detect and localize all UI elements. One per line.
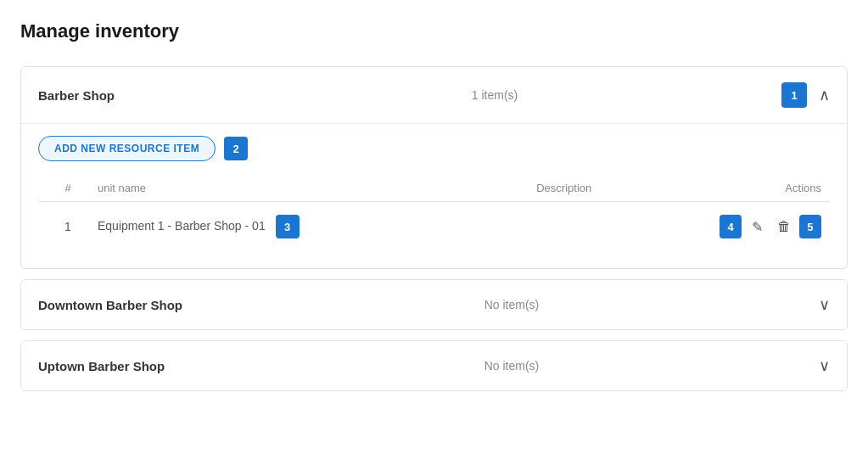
row-num-0: 1 bbox=[47, 220, 89, 233]
section-chevron-downtown-barber-shop: ∨ bbox=[819, 295, 830, 314]
col-header-num: # bbox=[47, 182, 89, 194]
page-title: Manage inventory bbox=[20, 20, 848, 42]
section-title-downtown-barber-shop: Downtown Barber Shop bbox=[38, 298, 208, 312]
section-header-uptown-barber-shop[interactable]: Uptown Barber Shop No item(s) ∨ bbox=[21, 341, 847, 390]
section-downtown-barber-shop: Downtown Barber Shop No item(s) ∨ bbox=[20, 279, 848, 330]
section-chevron-uptown-barber-shop: ∨ bbox=[819, 356, 830, 375]
section-count-downtown-barber-shop: No item(s) bbox=[208, 298, 815, 311]
col-header-description: Description bbox=[409, 182, 720, 194]
section-header-barber-shop[interactable]: Barber Shop 1 item(s) 1 ∧ bbox=[21, 67, 847, 123]
section-barber-shop: Barber Shop 1 item(s) 1 ∧ ADD NEW RESOUR… bbox=[20, 66, 848, 269]
section-count-uptown-barber-shop: No item(s) bbox=[208, 359, 815, 373]
edit-button-0[interactable]: ✎ bbox=[745, 214, 769, 239]
col-header-actions: Actions bbox=[720, 182, 821, 194]
section-chevron-barber-shop: ∧ bbox=[819, 86, 830, 104]
section-title-barber-shop: Barber Shop bbox=[38, 88, 208, 103]
section-body-barber-shop: ADD NEW RESOURCE ITEM 2 # unit name Desc… bbox=[21, 123, 847, 268]
section-title-uptown-barber-shop: Uptown Barber Shop bbox=[38, 359, 208, 373]
col-header-unit-name: unit name bbox=[89, 182, 409, 194]
sections-container: Barber Shop 1 item(s) 1 ∧ ADD NEW RESOUR… bbox=[20, 66, 848, 391]
section-count-barber-shop: 1 item(s) bbox=[208, 88, 781, 102]
row-name-badge-0: 3 bbox=[276, 215, 300, 238]
resource-table: # unit name Description Actions 1 Equipm… bbox=[38, 175, 830, 251]
table-header-row: # unit name Description Actions bbox=[38, 175, 830, 202]
row-unit-name-0: Equipment 1 - Barber Shop - 01 3 bbox=[89, 215, 409, 238]
table-row: 1 Equipment 1 - Barber Shop - 01 3 4 ✎ 🗑… bbox=[38, 202, 830, 251]
section-header-downtown-barber-shop[interactable]: Downtown Barber Shop No item(s) ∨ bbox=[21, 280, 847, 329]
delete-button-0[interactable]: 🗑 bbox=[772, 214, 796, 239]
add-row: ADD NEW RESOURCE ITEM 2 bbox=[38, 136, 830, 161]
row-action-badge-0: 4 bbox=[720, 215, 742, 238]
section-uptown-barber-shop: Uptown Barber Shop No item(s) ∨ bbox=[20, 340, 848, 391]
row-actions-0: 4 ✎ 🗑 5 bbox=[720, 214, 821, 239]
row-delete-badge-0: 5 bbox=[799, 215, 821, 238]
section-badge-barber-shop: 1 bbox=[781, 82, 807, 108]
add-resource-button[interactable]: ADD NEW RESOURCE ITEM bbox=[38, 136, 216, 161]
add-step-badge: 2 bbox=[224, 137, 248, 160]
